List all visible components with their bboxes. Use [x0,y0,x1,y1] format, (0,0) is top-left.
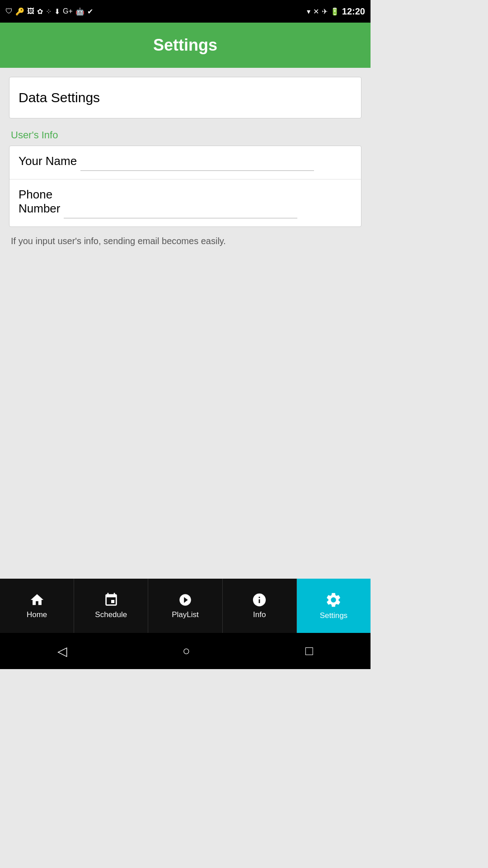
status-bar: 🛡 🔑 🖼 ✿ ⁘ ⬇ G+ 🤖 ✔ ▾ ✕ ✈ 🔋 12:20 [0,0,371,23]
data-settings-card: Data Settings [9,77,361,118]
nav-item-home[interactable]: Home [0,579,74,633]
nav-item-playlist[interactable]: PlayList [148,579,222,633]
recent-button[interactable]: □ [305,644,313,658]
shield-icon: 🛡 [5,7,13,15]
system-nav: ◁ ○ □ [0,633,371,669]
main-content: Data Settings User's Info Your Name Phon… [0,68,371,259]
battery-icon: 🔋 [330,7,339,16]
googleplus-icon: G+ [63,7,73,15]
user-info-form-card: Your Name PhoneNumber [9,146,361,227]
key-icon: 🔑 [15,7,24,16]
back-button[interactable]: ◁ [57,644,67,659]
image-icon: 🖼 [27,7,34,15]
home-icon [29,592,45,608]
status-time: 12:20 [342,6,365,17]
schedule-icon [103,592,119,608]
nav-item-info[interactable]: Info [223,579,297,633]
phone-number-field[interactable]: PhoneNumber [9,179,361,226]
status-bar-right: ▾ ✕ ✈ 🔋 12:20 [307,6,365,17]
info-icon [252,592,267,608]
nav-item-schedule[interactable]: Schedule [74,579,148,633]
data-settings-label: Data Settings [19,90,100,105]
nav-label-schedule: Schedule [95,610,127,619]
nav-label-settings: Settings [320,611,347,620]
bottom-nav: Home Schedule PlayList Info Settings [0,579,371,633]
octocat-icon: ✿ [37,7,43,16]
page-header: Settings [0,23,371,68]
playlist-icon [178,592,193,608]
users-info-section-label: User's Info [9,129,361,141]
settings-icon [325,591,342,609]
status-bar-left: 🛡 🔑 🖼 ✿ ⁘ ⬇ G+ 🤖 ✔ [5,7,93,16]
page-title: Settings [153,36,217,55]
your-name-input[interactable] [80,160,314,171]
phone-number-label: PhoneNumber [19,188,60,216]
your-name-field[interactable]: Your Name [9,146,361,179]
download-icon: ⬇ [54,7,60,16]
helper-text: If you input user's info, sending email … [9,232,361,250]
nav-label-home: Home [27,610,47,619]
android-icon: 🤖 [75,7,84,16]
wifi-icon: ▾ [307,7,310,16]
airplane-icon: ✈ [322,7,328,16]
nav-item-settings[interactable]: Settings [297,579,371,633]
phone-number-input[interactable] [64,208,297,218]
network-off-icon: ✕ [313,7,319,16]
your-name-label: Your Name [19,154,77,168]
nav-label-info: Info [253,610,266,619]
users-info-section: User's Info Your Name PhoneNumber If you… [9,129,361,250]
home-button[interactable]: ○ [183,644,190,658]
nav-label-playlist: PlayList [172,610,199,619]
dots-icon: ⁘ [46,7,52,16]
feather-icon: ✔ [87,7,93,16]
